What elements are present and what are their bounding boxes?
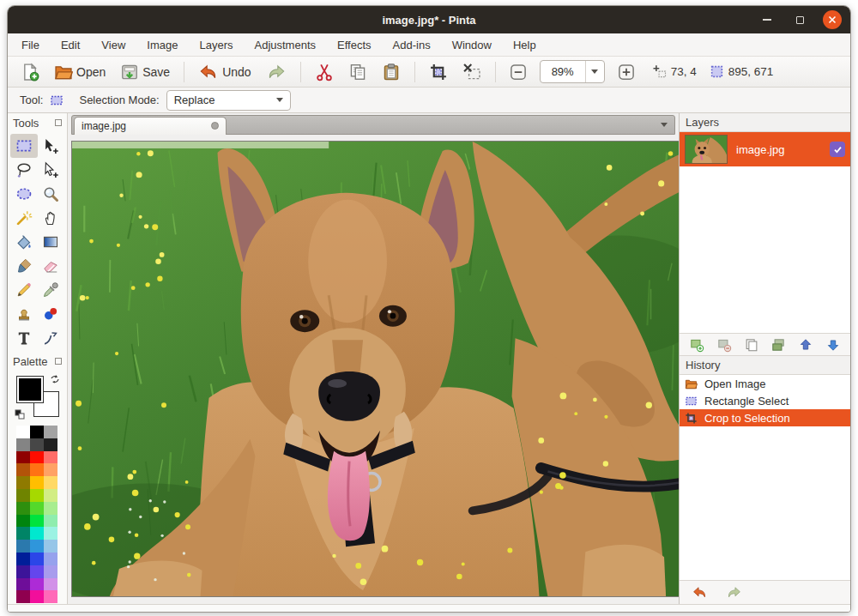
menu-edit[interactable]: Edit: [61, 39, 80, 51]
palette-swatch-0-1[interactable]: [30, 426, 44, 438]
palette-swatch-6-2[interactable]: [44, 502, 57, 515]
tool-paintbrush[interactable]: [10, 254, 38, 278]
foreground-color-swatch[interactable]: [16, 376, 44, 403]
tool-magic-wand[interactable]: [10, 206, 38, 230]
tool-zoom-tool[interactable]: [38, 182, 65, 206]
layer-down-button[interactable]: [822, 335, 844, 354]
redo-button[interactable]: [262, 59, 291, 85]
tools-panel-collapse-button[interactable]: [55, 119, 62, 126]
palette-swatch-2-2[interactable]: [44, 451, 57, 464]
palette-swatch-7-2[interactable]: [44, 515, 57, 528]
menu-layers[interactable]: Layers: [199, 39, 233, 51]
undo-button[interactable]: Undo: [194, 59, 255, 85]
document-tab-imagejpg[interactable]: image.jpg: [74, 117, 227, 135]
palette-swatch-11-1[interactable]: [30, 565, 44, 578]
new-image-button[interactable]: [16, 60, 44, 84]
palette-swatch-5-0[interactable]: [16, 489, 30, 502]
add-layer-button[interactable]: [686, 335, 708, 354]
tool-lasso-select[interactable]: [10, 158, 38, 182]
canvas-image[interactable]: [71, 141, 682, 597]
minimize-button[interactable]: [758, 10, 776, 29]
palette-swatch-10-1[interactable]: [30, 553, 44, 565]
palette-swatch-0-0[interactable]: [16, 426, 30, 438]
palette-swatch-10-2[interactable]: [44, 553, 57, 565]
palette-swatch-3-2[interactable]: [44, 463, 57, 476]
tool-text[interactable]: [10, 326, 38, 350]
palette-swatch-9-1[interactable]: [30, 540, 44, 553]
palette-swatch-8-0[interactable]: [16, 527, 30, 540]
menu-help[interactable]: Help: [513, 39, 536, 51]
palette-swatch-11-0[interactable]: [16, 565, 30, 578]
palette-swatch-6-0[interactable]: [16, 502, 30, 515]
palette-swatch-9-0[interactable]: [16, 540, 30, 553]
tool-move-selection[interactable]: [38, 158, 65, 182]
reset-colors-icon[interactable]: [15, 409, 26, 420]
merge-layer-down-button[interactable]: [767, 335, 789, 354]
palette-swatch-13-0[interactable]: [16, 590, 30, 603]
palette-swatch-4-1[interactable]: [30, 476, 44, 489]
palette-swatch-0-2[interactable]: [44, 426, 57, 438]
zoom-level-combobox[interactable]: 89%: [540, 60, 605, 83]
tool-gradient[interactable]: [38, 230, 65, 254]
palette-swatch-13-1[interactable]: [30, 590, 44, 603]
layer-row-imagejpg[interactable]: image.jpg: [680, 132, 850, 166]
duplicate-layer-button[interactable]: [740, 335, 763, 354]
history-item-rectangle-select[interactable]: Rectangle Select: [680, 392, 850, 409]
history-undo-button[interactable]: [688, 583, 710, 602]
delete-layer-button[interactable]: [713, 335, 735, 354]
zoom-out-button[interactable]: [505, 61, 531, 83]
palette-swatch-4-0[interactable]: [16, 476, 30, 489]
palette-swatch-1-0[interactable]: [16, 438, 30, 451]
history-item-open-image[interactable]: Open Image: [680, 375, 850, 392]
tool-pan[interactable]: [38, 206, 65, 230]
palette-swatch-11-2[interactable]: [44, 565, 57, 578]
tool-paint-bucket[interactable]: [10, 230, 38, 254]
tool-line-curve[interactable]: [38, 326, 65, 350]
maximize-button[interactable]: [790, 10, 809, 29]
tool-recolor[interactable]: [38, 302, 65, 326]
cut-button[interactable]: [311, 60, 338, 84]
menu-image[interactable]: Image: [147, 39, 178, 51]
swap-colors-icon[interactable]: [50, 374, 60, 384]
zoom-dropdown-arrow[interactable]: [585, 61, 604, 82]
menu-addins[interactable]: Add-ins: [393, 39, 431, 51]
palette-swatch-3-0[interactable]: [16, 463, 30, 476]
menu-adjustments[interactable]: Adjustments: [254, 39, 316, 51]
palette-swatch-8-2[interactable]: [44, 527, 57, 540]
tool-pencil[interactable]: [10, 278, 38, 302]
palette-swatch-10-0[interactable]: [16, 553, 30, 565]
zoom-in-button[interactable]: [613, 61, 639, 83]
palette-swatch-12-1[interactable]: [30, 578, 44, 591]
menu-view[interactable]: View: [101, 39, 125, 51]
paste-button[interactable]: [378, 60, 405, 84]
crop-to-selection-button[interactable]: [425, 60, 452, 84]
palette-swatch-7-1[interactable]: [30, 515, 44, 528]
tool-color-picker[interactable]: [38, 278, 65, 302]
palette-panel-collapse-button[interactable]: [55, 358, 62, 365]
history-item-crop-to-selection[interactable]: Crop to Selection: [680, 409, 850, 426]
tool-rectangle-select[interactable]: [10, 134, 38, 158]
palette-swatch-12-0[interactable]: [16, 578, 30, 591]
palette-swatch-4-2[interactable]: [44, 476, 57, 489]
deselect-button[interactable]: [458, 60, 486, 84]
palette-swatch-8-1[interactable]: [30, 527, 44, 540]
tab-close-button[interactable]: [211, 122, 219, 130]
history-redo-button[interactable]: [722, 583, 745, 602]
tool-ellipse-select[interactable]: [10, 182, 38, 206]
palette-swatch-5-1[interactable]: [30, 489, 44, 502]
palette-swatch-2-0[interactable]: [16, 451, 30, 464]
tool-eraser[interactable]: [38, 254, 65, 278]
tool-clone-stamp[interactable]: [10, 302, 38, 326]
palette-swatch-3-1[interactable]: [30, 463, 44, 476]
menu-window[interactable]: Window: [452, 39, 492, 51]
palette-swatch-9-2[interactable]: [44, 540, 57, 553]
layer-visibility-checkbox[interactable]: [830, 142, 845, 157]
palette-swatch-1-2[interactable]: [44, 438, 57, 451]
title-bar[interactable]: image.jpg* - Pinta: [8, 6, 850, 33]
tool-move-selected[interactable]: [38, 134, 65, 158]
menu-effects[interactable]: Effects: [337, 39, 372, 51]
palette-swatch-13-2[interactable]: [44, 590, 57, 603]
menu-file[interactable]: File: [21, 39, 39, 51]
palette-swatch-7-0[interactable]: [16, 515, 30, 528]
palette-swatch-5-2[interactable]: [44, 489, 57, 502]
